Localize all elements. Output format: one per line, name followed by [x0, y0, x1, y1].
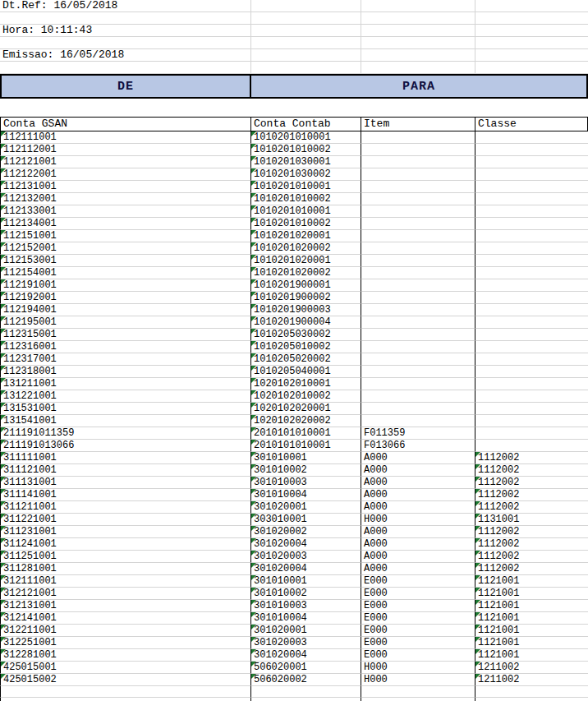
table-cell[interactable]: 1121001 — [475, 588, 588, 600]
table-cell[interactable]: 301010002 — [251, 464, 361, 477]
dt-ref-cell[interactable]: Dt.Ref: 16/05/2018 — [0, 0, 251, 12]
table-cell[interactable] — [475, 279, 588, 292]
table-cell[interactable]: 312121001 — [0, 588, 251, 600]
empty-cell[interactable] — [251, 686, 361, 698]
empty-cell[interactable] — [0, 698, 251, 701]
table-cell[interactable]: 1010201010002 — [251, 193, 361, 205]
table-cell[interactable] — [361, 218, 475, 230]
table-cell[interactable]: 1010201030002 — [251, 168, 361, 181]
table-cell[interactable]: 1020102010001 — [251, 378, 361, 390]
empty-cell[interactable] — [0, 686, 251, 698]
table-cell[interactable] — [361, 279, 475, 292]
table-cell[interactable]: 1211002 — [475, 674, 588, 686]
empty-cell[interactable] — [361, 686, 475, 698]
table-cell[interactable] — [475, 427, 588, 440]
table-cell[interactable] — [361, 193, 475, 205]
table-cell[interactable]: E000 — [361, 575, 475, 588]
table-cell[interactable]: 301020004 — [251, 649, 361, 662]
table-cell[interactable]: E000 — [361, 600, 475, 612]
table-cell[interactable]: 1121001 — [475, 600, 588, 612]
table-cell[interactable]: 506020002 — [251, 674, 361, 686]
table-cell[interactable] — [475, 242, 588, 255]
table-cell[interactable]: 131221001 — [0, 390, 251, 403]
table-cell[interactable]: 211191013066 — [0, 440, 251, 452]
table-cell[interactable]: 311221001 — [0, 514, 251, 526]
hora-cell[interactable]: Hora: 10:11:43 — [0, 25, 251, 37]
table-cell[interactable]: 312131001 — [0, 600, 251, 612]
table-cell[interactable]: 112111001 — [0, 131, 251, 144]
table-cell[interactable]: 301010003 — [251, 600, 361, 612]
empty-cell[interactable] — [361, 37, 475, 49]
table-cell[interactable]: 301020001 — [251, 625, 361, 637]
table-cell[interactable]: 1112002 — [475, 464, 588, 477]
table-cell[interactable]: 112154001 — [0, 267, 251, 279]
table-cell[interactable]: 1121001 — [475, 575, 588, 588]
table-cell[interactable]: 1020102020001 — [251, 403, 361, 415]
table-cell[interactable]: 301020003 — [251, 551, 361, 563]
table-cell[interactable]: 1010201030001 — [251, 156, 361, 168]
table-cell[interactable] — [361, 144, 475, 156]
table-cell[interactable]: A000 — [361, 563, 475, 575]
table-cell[interactable] — [361, 230, 475, 242]
table-cell[interactable] — [475, 353, 588, 366]
table-cell[interactable]: 1131001 — [475, 514, 588, 526]
table-cell[interactable]: 1010205030002 — [251, 329, 361, 341]
table-cell[interactable] — [361, 329, 475, 341]
de-section-header[interactable]: DE — [0, 74, 251, 99]
table-cell[interactable]: H000 — [361, 514, 475, 526]
table-cell[interactable]: 1010201010001 — [251, 205, 361, 218]
table-cell[interactable] — [475, 255, 588, 267]
table-cell[interactable]: 112132001 — [0, 193, 251, 205]
table-cell[interactable] — [475, 415, 588, 427]
table-cell[interactable]: 311231001 — [0, 526, 251, 538]
table-cell[interactable]: 112121001 — [0, 156, 251, 168]
table-cell[interactable]: 301010003 — [251, 477, 361, 489]
column-header-conta-contab[interactable]: Conta Contab — [251, 118, 361, 131]
table-cell[interactable]: 1010201020001 — [251, 230, 361, 242]
table-cell[interactable]: 311141001 — [0, 489, 251, 501]
table-cell[interactable]: 1010201900004 — [251, 316, 361, 329]
table-cell[interactable]: 1112002 — [475, 477, 588, 489]
table-cell[interactable]: 1112002 — [475, 501, 588, 514]
table-cell[interactable] — [475, 193, 588, 205]
column-header-classe[interactable]: Classe — [475, 118, 588, 131]
table-cell[interactable]: 131531001 — [0, 403, 251, 415]
table-cell[interactable] — [361, 168, 475, 181]
table-cell[interactable]: 1010201010002 — [251, 144, 361, 156]
table-cell[interactable]: 1010201010001 — [251, 131, 361, 144]
table-cell[interactable]: 112194001 — [0, 304, 251, 316]
table-cell[interactable] — [361, 366, 475, 378]
table-cell[interactable]: 1010201010002 — [251, 218, 361, 230]
table-cell[interactable]: 1010205010002 — [251, 341, 361, 353]
table-cell[interactable]: 112318001 — [0, 366, 251, 378]
table-cell[interactable]: 112191001 — [0, 279, 251, 292]
table-cell[interactable]: 1010201020001 — [251, 255, 361, 267]
table-cell[interactable] — [475, 378, 588, 390]
empty-cell[interactable] — [251, 12, 361, 25]
table-cell[interactable]: E000 — [361, 649, 475, 662]
table-cell[interactable]: 301010004 — [251, 612, 361, 625]
table-cell[interactable]: 301010004 — [251, 489, 361, 501]
empty-cell[interactable] — [475, 686, 588, 698]
table-cell[interactable] — [361, 292, 475, 304]
table-cell[interactable] — [361, 304, 475, 316]
table-cell[interactable]: 112316001 — [0, 341, 251, 353]
table-cell[interactable]: 1010201900002 — [251, 292, 361, 304]
table-cell[interactable]: E000 — [361, 637, 475, 649]
empty-cell[interactable] — [251, 37, 361, 49]
table-cell[interactable] — [475, 292, 588, 304]
table-cell[interactable]: 301020004 — [251, 538, 361, 551]
table-cell[interactable]: 311121001 — [0, 464, 251, 477]
table-cell[interactable]: 425015001 — [0, 662, 251, 674]
table-cell[interactable]: 131211001 — [0, 378, 251, 390]
column-header-conta-gsan[interactable]: Conta GSAN — [0, 118, 251, 131]
table-cell[interactable]: 301020002 — [251, 526, 361, 538]
table-cell[interactable]: 1112002 — [475, 538, 588, 551]
table-cell[interactable] — [475, 329, 588, 341]
table-cell[interactable] — [475, 366, 588, 378]
table-cell[interactable]: E000 — [361, 625, 475, 637]
table-cell[interactable]: 311251001 — [0, 551, 251, 563]
table-cell[interactable] — [361, 255, 475, 267]
table-cell[interactable]: 112122001 — [0, 168, 251, 181]
table-cell[interactable] — [361, 403, 475, 415]
